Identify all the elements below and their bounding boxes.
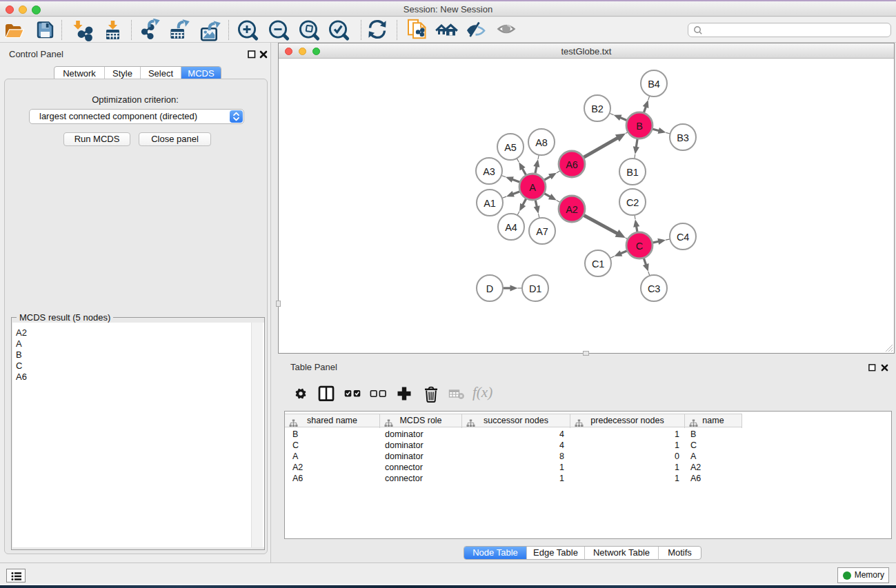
svg-text:A7: A7: [536, 226, 548, 237]
svg-text:A3: A3: [483, 166, 495, 177]
svg-text:A8: A8: [535, 137, 547, 148]
svg-text:B4: B4: [648, 79, 659, 90]
svg-text:B1: B1: [626, 167, 638, 178]
svg-text:A2: A2: [566, 204, 577, 215]
svg-text:A1: A1: [484, 198, 495, 209]
svg-text:D: D: [486, 283, 493, 294]
svg-text:B: B: [636, 121, 642, 132]
svg-text:B3: B3: [677, 132, 688, 143]
svg-text:B2: B2: [591, 103, 603, 114]
svg-text:A6: A6: [566, 159, 577, 170]
svg-text:A: A: [529, 182, 536, 193]
svg-text:C3: C3: [648, 283, 660, 294]
svg-text:C2: C2: [626, 197, 639, 208]
svg-text:A5: A5: [504, 142, 516, 153]
svg-text:C: C: [636, 241, 643, 252]
svg-text:C1: C1: [592, 258, 604, 270]
svg-text:A4: A4: [505, 222, 517, 233]
svg-text:D1: D1: [529, 283, 541, 294]
svg-text:C4: C4: [677, 232, 689, 243]
